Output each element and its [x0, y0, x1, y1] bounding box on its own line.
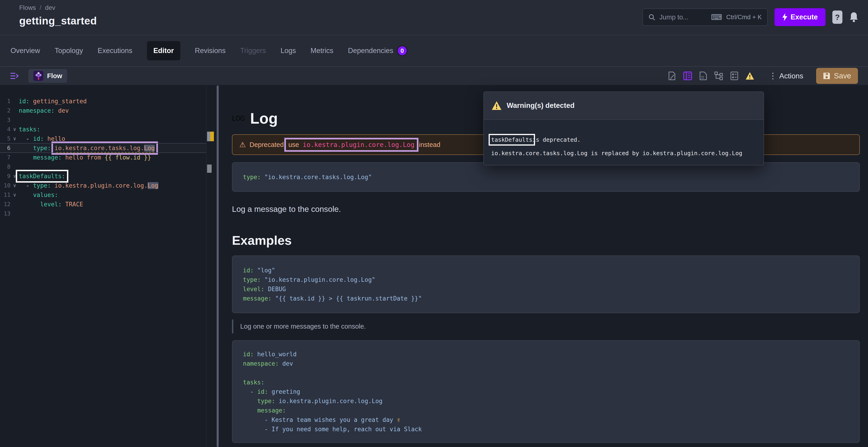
code-line: message: [243, 406, 849, 415]
save-button[interactable]: Save [816, 68, 858, 84]
warning-icon [492, 101, 502, 110]
tab-overview[interactable]: Overview [10, 46, 40, 55]
tree-icon[interactable] [714, 71, 723, 80]
kebab-menu-icon: ⋮ [769, 71, 777, 81]
code-editor[interactable]: 1id: getting_started2namespace: dev34∨ta… [0, 86, 217, 447]
breadcrumb-flows[interactable]: Flows [19, 4, 36, 11]
dependencies-count-badge: 0 [397, 45, 407, 56]
editor-toolbar: Flow ⋮ Actions [0, 67, 868, 85]
banner-instead-word: instead [419, 141, 440, 149]
editor-line-13[interactable]: 13 [0, 209, 217, 218]
execute-button[interactable]: Execute [775, 8, 826, 26]
fold-chevron-icon[interactable]: ∨ [10, 126, 19, 132]
code-line: message: "{{ task.id }} > {{ taskrun.sta… [243, 294, 849, 303]
line-number: 13 [0, 210, 10, 217]
doc-panel-icon[interactable] [683, 71, 692, 80]
warning-outline-icon: ⚠ [239, 140, 246, 149]
annotation-box-white: taskDefaults [491, 136, 532, 143]
example-quote: Log one or more messages to the console. [232, 319, 860, 333]
code-line: level: DEBUG [243, 284, 849, 294]
line-number: 3 [0, 117, 10, 123]
line-number: 11 [0, 192, 10, 198]
sidebar-expand-icon[interactable] [10, 71, 19, 80]
code-line: type: "io.kestra.core.tasks.log.Log" [243, 172, 849, 182]
type-code-block: type: "io.kestra.core.tasks.log.Log" [232, 162, 860, 192]
editor-line-10[interactable]: 10∨ - type: io.kestra.plugin.core.log.Lo… [0, 181, 217, 190]
page-title: getting_started [19, 14, 97, 27]
code-line: namespace: dev [243, 359, 849, 368]
tab-dependencies[interactable]: Dependencies0 [348, 45, 407, 56]
panel-splitter[interactable] [217, 86, 219, 447]
editor-line-2[interactable]: 2namespace: dev [0, 106, 217, 115]
code-line: - If you need some help, reach out via S… [243, 424, 849, 434]
tab-bar: OverviewTopologyExecutionsEditorRevision… [0, 35, 868, 67]
fold-chevron-icon[interactable]: ∨ [10, 183, 19, 188]
tab-topology[interactable]: Topology [55, 46, 83, 55]
editor-line-1[interactable]: 1id: getting_started [0, 96, 217, 106]
line-number: 10 [0, 182, 10, 189]
code-line: type: "io.kestra.plugin.core.log.Log" [243, 275, 849, 284]
annotation-box-white: taskDefaults: [19, 173, 65, 180]
tab-executions[interactable]: Executions [98, 46, 132, 55]
editor-line-11[interactable]: 11∨ values: [0, 190, 217, 199]
code-line [243, 368, 849, 378]
line-number: 12 [0, 201, 10, 207]
examples-heading: Examples [232, 233, 860, 248]
flow-file-tab[interactable]: Flow [28, 69, 67, 83]
editor-line-9[interactable]: 9∨taskDefaults: [0, 171, 217, 181]
keyboard-icon: ⌨ [711, 13, 722, 21]
editor-line-5[interactable]: 5∨ - id: hello [0, 134, 217, 143]
tab-triggers[interactable]: Triggers [240, 46, 266, 55]
jump-to-search[interactable]: Jump to... ⌨ Ctrl/Cmd + K [643, 8, 768, 26]
code-line: id: hello_world [243, 349, 849, 359]
editor-line-3[interactable]: 3 [0, 115, 217, 125]
code-line: type: io.kestra.plugin.core.log.Log [243, 396, 849, 406]
warning-icon[interactable] [745, 71, 754, 80]
editor-line-4[interactable]: 4∨tasks: [0, 125, 217, 134]
breadcrumb: Flows / dev [19, 4, 97, 11]
code-line: - id: greeting [243, 387, 849, 396]
tab-editor[interactable]: Editor [147, 41, 180, 60]
replacement-type-code: io.kestra.plugin.core.log.Log [303, 141, 414, 149]
actions-button[interactable]: ⋮ Actions [769, 71, 803, 81]
fold-chevron-icon[interactable]: ∨ [10, 173, 19, 179]
tab-logs[interactable]: Logs [280, 46, 296, 55]
blame-icon[interactable] [730, 71, 739, 80]
fold-chevron-icon[interactable]: ∨ [10, 192, 19, 198]
popup-title: Warning(s) detected [507, 101, 575, 110]
floppy-icon [823, 72, 830, 79]
search-shortcut: Ctrl/Cmd + K [726, 14, 762, 21]
code-line: id: "log" [243, 265, 849, 275]
editor-line-12[interactable]: 12 level: TRACE [0, 199, 217, 209]
file-edit-icon[interactable] [668, 71, 677, 80]
editor-line-8[interactable]: 8 [0, 162, 217, 171]
file-icon[interactable] [699, 71, 708, 80]
code-line: - Kestra team wishes you a great day ✌ [243, 415, 849, 424]
help-icon[interactable]: ? [832, 10, 842, 24]
topbar: Flows / dev getting_started Jump to... ⌨… [0, 0, 868, 35]
log-plugin-icon: LOG [232, 114, 245, 123]
line-number: 7 [0, 154, 10, 161]
flow-tab-label: Flow [47, 72, 62, 80]
example-code-block-1: id: "log"type: "io.kestra.plugin.core.lo… [232, 255, 860, 313]
fold-chevron-icon[interactable]: ∨ [10, 136, 19, 141]
tab-revisions[interactable]: Revisions [195, 46, 225, 55]
tab-metrics[interactable]: Metrics [311, 46, 334, 55]
taskdefaults-token: taskDefaults [491, 136, 532, 143]
search-placeholder: Jump to... [659, 13, 688, 21]
line-number: 4 [0, 126, 10, 132]
search-icon [648, 14, 655, 21]
banner-use-word: use [288, 141, 299, 149]
deprecated-label: Deprecated [250, 141, 284, 149]
code-line: tasks: [243, 378, 849, 387]
replacement-message: io.kestra.core.tasks.log.Log is replaced… [491, 150, 742, 157]
bell-icon[interactable] [849, 12, 859, 22]
editor-line-6[interactable]: 6 type: io.kestra.core.tasks.log.Log [0, 143, 217, 153]
line-number: 8 [0, 163, 10, 170]
line-number: 2 [0, 107, 10, 114]
plugin-description: Log a message to the console. [232, 204, 860, 214]
editor-line-7[interactable]: 7 message: hello from {{ flow.id }} [0, 153, 217, 162]
breadcrumb-namespace[interactable]: dev [45, 4, 55, 11]
lightning-icon [782, 13, 787, 21]
line-number: 1 [0, 98, 10, 104]
